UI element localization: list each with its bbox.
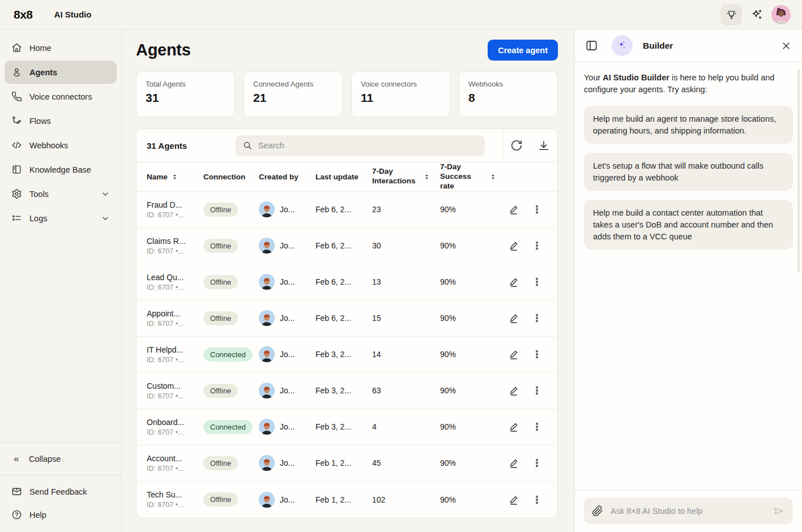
row-menu-button[interactable] (527, 344, 547, 364)
table-header-row: Name Connection Created by Last update 7… (136, 162, 557, 192)
success-rate-value: 90% (440, 241, 497, 250)
suggestion-chip[interactable]: Help me build an agent to manage store l… (584, 106, 793, 144)
sidebar-item-home[interactable]: Home (5, 36, 117, 59)
sidebar-item-label: Tools (29, 190, 49, 199)
panel-toggle-icon (585, 39, 598, 52)
suggestion-list: Help me build an agent to manage store l… (584, 106, 793, 250)
sidebar-item-webhooks[interactable]: Webhooks (5, 134, 117, 157)
table-row[interactable]: Appoint... ID: 6707 •... Offline (136, 301, 557, 337)
edit-button[interactable] (504, 453, 524, 473)
edit-button[interactable] (504, 199, 524, 220)
sidebar-item-flows[interactable]: Flows (5, 109, 117, 132)
table-row[interactable]: IT Helpd... ID: 6707 •... Connected (136, 337, 557, 373)
row-menu-button[interactable] (527, 308, 547, 328)
row-menu-button[interactable] (527, 490, 547, 510)
kebab-menu-icon (532, 204, 542, 215)
stat-label: Voice connectors (361, 80, 441, 88)
sidebar-item-knowledge-base[interactable]: Knowledge Base (5, 158, 117, 181)
close-panel-button[interactable] (780, 40, 792, 52)
edit-button[interactable] (504, 272, 524, 292)
column-header-success-rate[interactable]: 7-Day Success rate (440, 162, 497, 191)
row-menu-button[interactable] (527, 380, 547, 401)
search-box (236, 135, 485, 156)
stat-label: Connected Agents (253, 80, 333, 88)
row-menu-button[interactable] (527, 453, 547, 473)
sidebar-item-logs[interactable]: Logs (5, 207, 117, 230)
interactions-value: 63 (372, 386, 440, 395)
table-row[interactable]: Lead Qu... ID: 6707 •... Offline (136, 264, 557, 301)
builder-ask-input[interactable] (611, 507, 765, 516)
send-button[interactable] (773, 505, 785, 517)
send-feedback-button[interactable]: Send Feedback (0, 480, 121, 503)
column-header-created-by: Created by (259, 173, 315, 181)
column-header-name[interactable]: Name (147, 173, 203, 181)
agent-id: ID: 6707 •... (147, 392, 203, 400)
create-agent-button[interactable]: Create agent (488, 40, 558, 61)
scrollbar[interactable] (797, 69, 800, 273)
edit-icon (509, 204, 520, 215)
row-menu-button[interactable] (527, 272, 547, 292)
table-row[interactable]: Account... ID: 6707 •... Offline (136, 445, 557, 482)
lightbulb-button[interactable] (720, 4, 742, 25)
sidebar-item-label: Logs (29, 214, 47, 223)
flows-icon (11, 115, 22, 126)
table-row[interactable]: Tech Su... ID: 6707 •... Offline (136, 482, 557, 518)
row-menu-button[interactable] (527, 235, 547, 256)
status-badge: Offline (203, 384, 238, 398)
ai-assistant-button[interactable] (750, 8, 763, 22)
agent-id: ID: 6707 •... (147, 465, 203, 473)
edit-icon (509, 312, 520, 324)
success-rate-value: 90% (440, 277, 497, 286)
collapse-sidebar-button[interactable]: « Collapse (0, 447, 121, 470)
edit-icon (509, 421, 520, 432)
agent-id: ID: 6707 •... (147, 284, 203, 291)
download-button[interactable] (530, 129, 557, 162)
code-icon (11, 140, 22, 151)
creator-avatar (259, 492, 275, 508)
table-row[interactable]: Claims R... ID: 6707 •... Offline (136, 228, 557, 264)
refresh-button[interactable] (503, 129, 530, 162)
user-avatar[interactable] (771, 5, 791, 24)
help-button[interactable]: Help (0, 503, 121, 526)
edit-button[interactable] (504, 308, 524, 328)
edit-button[interactable] (504, 235, 524, 256)
search-input[interactable] (258, 141, 478, 150)
creator-avatar (259, 201, 275, 217)
sidebar: Home Agents Voice connectors Flows (0, 29, 122, 532)
panel-toggle-button[interactable] (585, 39, 598, 52)
row-menu-button[interactable] (527, 417, 547, 437)
table-row[interactable]: Custom... ID: 6707 •... Offline (136, 373, 557, 409)
agent-name: Tech Su... (147, 490, 203, 499)
edit-button[interactable] (504, 380, 524, 401)
agent-id: ID: 6707 •... (147, 247, 203, 255)
builder-panel: Builder Your AI Studio Builder is here t… (574, 29, 802, 532)
table-row[interactable]: Onboard... ID: 6707 •... Connected (136, 409, 557, 445)
edit-button[interactable] (504, 344, 524, 364)
row-menu-button[interactable] (527, 199, 547, 220)
stat-value: 8 (468, 91, 548, 105)
app-title: AI Studio (54, 10, 92, 19)
suggestion-chip[interactable]: Help me build a contact center automatio… (584, 200, 793, 250)
divider (0, 442, 121, 443)
stat-value: 31 (146, 91, 225, 105)
sidebar-item-voice-connectors[interactable]: Voice connectors (5, 85, 117, 108)
edit-button[interactable] (504, 490, 524, 510)
paperclip-icon (592, 505, 603, 517)
success-rate-value: 90% (440, 205, 497, 214)
refresh-icon (510, 139, 523, 152)
agent-id: ID: 6707 •... (147, 428, 203, 436)
suggestion-chip[interactable]: Let's setup a flow that will make outbou… (584, 153, 793, 191)
kebab-menu-icon (532, 421, 542, 432)
last-update: Feb 1, 2... (315, 495, 372, 504)
sort-icon (489, 173, 497, 181)
attach-button[interactable] (592, 505, 603, 517)
sidebar-item-label: Knowledge Base (29, 165, 91, 174)
creator-avatar (259, 419, 275, 435)
status-badge: Offline (203, 239, 238, 253)
edit-button[interactable] (504, 417, 524, 437)
table-row[interactable]: Fraud D... ID: 6707 •... Offline (136, 192, 557, 228)
sidebar-item-agents[interactable]: Agents (5, 61, 117, 84)
sidebar-item-tools[interactable]: Tools (5, 182, 117, 205)
column-header-interactions[interactable]: 7-Day Interactions (372, 167, 440, 186)
interactions-value: 14 (372, 350, 440, 359)
